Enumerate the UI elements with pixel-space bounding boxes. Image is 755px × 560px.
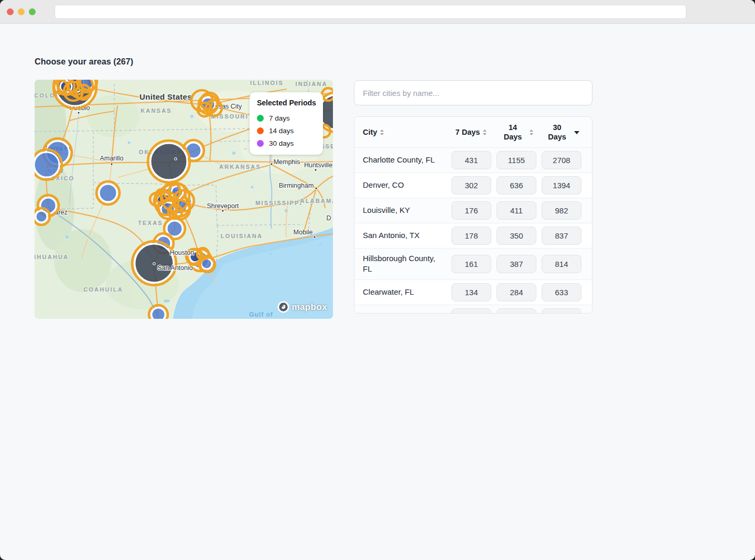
city-dot [222,210,224,212]
legend-label: 7 days [269,114,290,122]
city-filter-input[interactable] [354,81,592,105]
state-label: KANSAS [141,107,172,114]
value-cell: 2708 [539,151,584,169]
period-value-chip[interactable]: 387 [497,255,536,273]
area-cluster-marker[interactable] [36,211,47,222]
map-legend: Selected Periods 7 days 14 days 30 days [250,92,323,155]
url-bar[interactable] [55,5,686,19]
sort-updown-icon [482,129,487,136]
value-cell: 982 [539,201,584,220]
value-cell: 837 [539,227,584,245]
city-dot [78,112,80,114]
period-14-dot-icon [257,127,264,134]
state-label: ILLINOIS [250,80,284,86]
period-value-chip[interactable]: 982 [542,201,581,220]
cities-table: City7 Days14 Days30 Days Charlotte Count… [354,116,592,314]
area-cluster-marker[interactable] [152,308,165,319]
city-label: Shreveport [207,202,239,210]
period-value-chip[interactable] [497,308,536,314]
maximize-window-button[interactable] [29,8,36,15]
city-name: San Antonio, TX [354,225,449,245]
legend-label: 30 days [269,139,294,147]
period-value-chip[interactable]: 350 [497,227,536,245]
state-label: CHIHUAHUA [35,254,69,260]
period-7-dot-icon [257,115,264,122]
legend-item: 7 days [257,112,323,124]
column-header-city[interactable]: City [354,127,449,137]
value-cell: 814 [539,255,584,273]
url-input[interactable] [55,5,686,18]
column-header-14-days[interactable]: 14 Days [494,123,539,142]
city-filter[interactable] [354,80,592,105]
table-row[interactable]: Louisville, KY176411982 [354,198,592,223]
area-cluster-marker[interactable] [150,143,187,180]
city-label: Birmingham [279,182,314,189]
table-body: Charlotte County, FL43111552708Denver, C… [354,147,592,314]
period-value-chip[interactable]: 161 [451,255,491,273]
value-cell: 134 [449,283,494,301]
table-row[interactable] [354,305,592,314]
close-window-button[interactable] [7,8,14,15]
page-title: Choose your areas (267) [35,57,133,67]
period-value-chip[interactable]: 176 [451,201,491,220]
column-label: 7 Days [456,127,480,137]
mapbox-wordmark: mapbox [292,302,327,313]
legend-item: 30 days [257,137,323,149]
period-value-chip[interactable]: 411 [497,201,536,220]
table-row[interactable]: San Antonio, TX178350837 [354,223,592,248]
legend-label: 14 days [269,127,294,135]
period-value-chip[interactable]: 178 [451,227,491,245]
sort-updown-icon [529,129,534,136]
period-value-chip[interactable]: 284 [497,283,536,301]
mapbox-attribution[interactable]: mapbox [277,301,327,313]
column-header-7-days[interactable]: 7 Days [449,127,494,137]
period-value-chip[interactable]: 814 [542,255,581,273]
value-cell: 387 [494,255,539,273]
sort-desc-icon [574,129,580,135]
column-label: 14 Days [499,123,526,142]
period-value-chip[interactable]: 302 [451,176,491,195]
mapbox-icon [277,301,289,313]
minimize-window-button[interactable] [18,8,25,15]
period-value-chip[interactable]: 636 [497,176,536,195]
legend-title: Selected Periods [257,99,323,107]
period-value-chip[interactable]: 837 [542,227,581,245]
value-cell: 1394 [539,176,584,195]
city-dot [153,263,155,265]
value-cell [494,308,539,314]
period-value-chip[interactable] [451,308,491,314]
period-value-chip[interactable]: 1394 [542,176,581,195]
period-value-chip[interactable]: 134 [451,283,491,301]
city-name: Denver, CO [354,175,449,195]
column-label: 30 Days [544,123,571,142]
city-label: Houston [170,249,195,256]
table-header: City7 Days14 Days30 Days [354,117,592,147]
period-value-chip[interactable]: 2708 [542,151,581,169]
water-label: Gulf of [249,311,273,318]
value-cell: 178 [449,227,494,245]
area-cluster-marker[interactable] [99,184,117,202]
city-dot [111,163,113,165]
value-cell: 302 [449,176,494,195]
period-value-chip[interactable]: 1155 [497,151,536,169]
window-controls [0,8,42,15]
city-dot [271,163,273,165]
value-cell: 431 [449,151,494,169]
value-cell: 161 [449,255,494,273]
value-cell: 350 [494,227,539,245]
state-label: TEXAS [138,220,163,226]
column-header-30-days[interactable]: 30 Days [539,123,584,142]
city-label: Mobile [294,229,313,236]
table-row[interactable]: Clearwater, FL134284633 [354,279,592,305]
table-row[interactable]: Denver, CO3026361394 [354,173,592,198]
table-row[interactable]: Hillsborough County, FL161387814 [354,248,592,279]
table-row[interactable]: Charlotte County, FL43111552708 [354,147,592,173]
period-value-chip[interactable]: 431 [451,151,491,169]
map[interactable]: United StatesCOLORADOKANSASILLINOISINDIA… [35,80,333,319]
period-value-chip[interactable]: 633 [542,283,581,301]
area-cluster-marker[interactable] [35,152,59,177]
period-value-chip[interactable] [542,308,581,314]
state-label: ARKANSAS [219,164,261,170]
column-label: City [363,127,377,137]
city-name: Hillsborough County, FL [354,249,449,279]
